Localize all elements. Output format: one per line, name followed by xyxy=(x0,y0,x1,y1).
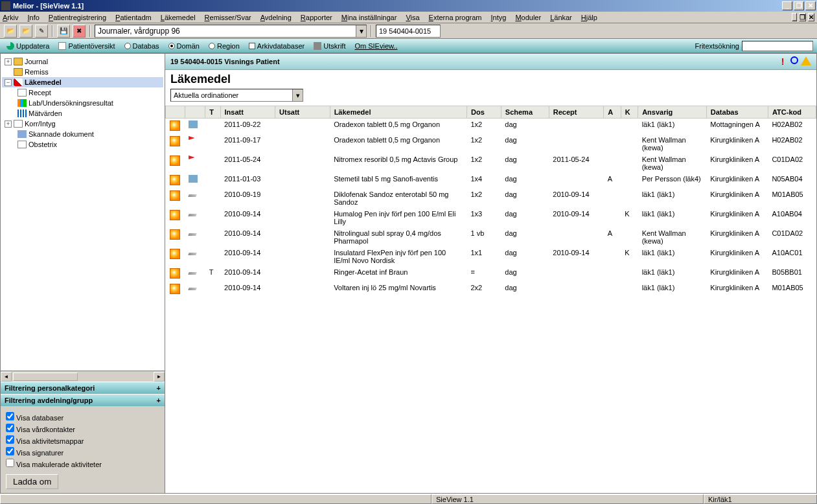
sidebar: + Journal Remiss − Läkemedel Recept Lab/… xyxy=(0,53,165,494)
sidebar-scrollbar[interactable]: ◄ ► xyxy=(1,371,165,382)
menu-lnkar[interactable]: Länkar xyxy=(550,14,572,21)
col-lakemedel[interactable]: Läkemedel xyxy=(330,106,466,119)
scroll-thumb[interactable] xyxy=(13,372,78,381)
tree-lab[interactable]: Lab/Undersökningsresultat xyxy=(2,98,163,108)
ordinations-dropdown[interactable]: Aktuella ordinationer ▾ xyxy=(170,89,303,102)
expand-icon[interactable]: + xyxy=(5,58,12,65)
menu-externaprogram[interactable]: Externa program xyxy=(429,14,482,21)
tb-open-icon[interactable]: 📂 xyxy=(4,25,17,38)
tree-obstetrix[interactable]: Obstetrix xyxy=(2,139,163,150)
chevron-down-icon[interactable]: ▾ xyxy=(292,89,303,101)
menu-patientadm[interactable]: Patientadm xyxy=(115,14,152,21)
mdi-close-button[interactable]: ✕ xyxy=(808,13,814,21)
doman-radio[interactable]: Domän xyxy=(166,41,202,51)
filter-signaturer[interactable]: Visa signaturer xyxy=(6,447,159,457)
sun-icon xyxy=(170,175,180,185)
menu-rapporter[interactable]: Rapporter xyxy=(301,14,332,21)
filter-vardkontakter[interactable]: Visa vårdkontakter xyxy=(6,424,159,433)
tb-delete-icon[interactable]: ✖ xyxy=(73,25,86,38)
menu-arkiv[interactable]: Arkiv xyxy=(3,14,18,21)
filter-avdelning-header[interactable]: Filtrering avdelning/grupp+ xyxy=(1,394,165,406)
tb-save-icon[interactable]: 💾 xyxy=(57,25,70,38)
col-icon[interactable] xyxy=(166,106,185,119)
tree-lakemedel[interactable]: − Läkemedel xyxy=(2,77,163,87)
sun-icon xyxy=(170,249,180,259)
menu-visa[interactable]: Visa xyxy=(406,14,419,21)
scroll-right-icon[interactable]: ► xyxy=(154,372,165,382)
journal-combo-value: Journaler, vårdgrupp 96 xyxy=(98,27,180,36)
tree-skannade[interactable]: Skannade dokument xyxy=(2,129,163,139)
filter-aktivitetsmappar[interactable]: Visa aktivitetsmappar xyxy=(6,435,159,445)
col-schema[interactable]: Schema xyxy=(501,106,549,119)
status-left xyxy=(0,494,432,504)
table-row[interactable]: 2010-09-14Insulatard FlexPen injv förf p… xyxy=(166,247,816,266)
status-app: SieView 1.1 xyxy=(432,494,704,504)
mdi-window-buttons: _ ❐ ✕ xyxy=(792,13,814,21)
minimize-button[interactable]: _ xyxy=(782,1,792,10)
maximize-button[interactable]: ❐ xyxy=(794,1,804,10)
tree-matvarden[interactable]: Mätvärden xyxy=(2,108,163,119)
table-row[interactable]: T2010-09-14Ringer-Acetat inf Braun=daglä… xyxy=(166,266,816,282)
mdi-minimize-button[interactable]: _ xyxy=(792,13,797,21)
tree-korr[interactable]: + Korr/Intyg xyxy=(2,119,163,129)
region-radio[interactable]: Region xyxy=(206,41,242,51)
tb-open2-icon[interactable]: 📂 xyxy=(19,25,32,38)
col-databas[interactable]: Databas xyxy=(706,106,768,119)
close-button[interactable]: ✕ xyxy=(805,1,816,10)
pen-icon xyxy=(188,214,196,216)
table-row[interactable]: 2011-05-24Nitromex resoribl 0,5 mg Actav… xyxy=(166,154,816,173)
menu-patientregistrering[interactable]: Patientregistrering xyxy=(49,14,106,21)
tree-remiss[interactable]: Remiss xyxy=(2,67,163,77)
menu-hjlp[interactable]: Hjälp xyxy=(581,14,597,21)
table-row[interactable]: 2010-09-19Diklofenak Sandoz enterotabl 5… xyxy=(166,189,816,208)
print-button[interactable]: Utskrift xyxy=(311,41,348,51)
table-row[interactable]: 2011-09-17Oradexon tablett 0,5 mg Organo… xyxy=(166,134,816,154)
update-button[interactable]: Uppdatera xyxy=(4,41,52,51)
menu-avdelning[interactable]: Avdelning xyxy=(260,14,292,21)
col-dos[interactable]: Dos xyxy=(466,106,501,119)
collapse-icon[interactable]: − xyxy=(5,79,12,86)
table-row[interactable]: 2010-09-14Voltaren inj lö 25 mg/ml Novar… xyxy=(166,282,816,297)
scroll-left-icon[interactable]: ◄ xyxy=(1,372,12,382)
col-a[interactable]: A xyxy=(604,106,621,119)
patient-overview-button[interactable]: Patientöversikt xyxy=(56,41,117,51)
chevron-down-icon[interactable]: ▾ xyxy=(356,25,366,37)
arkiv-checkbox[interactable]: Arkivdatabaser xyxy=(246,41,307,51)
reload-button[interactable]: Ladda om xyxy=(6,474,58,489)
table-row[interactable]: 2011-09-22Oradexon tablett 0,5 mg Organo… xyxy=(166,119,816,135)
col-k[interactable]: K xyxy=(621,106,638,119)
mdi-restore-button[interactable]: ❐ xyxy=(799,13,806,21)
flag-icon xyxy=(189,155,196,162)
table-row[interactable]: 2010-09-14Nitrolingual subl spray 0,4 mg… xyxy=(166,227,816,247)
alert-warning-icon[interactable] xyxy=(801,56,811,65)
expand-icon[interactable]: + xyxy=(5,120,12,128)
about-link[interactable]: Om SIEview.. xyxy=(352,41,400,51)
menu-intyg[interactable]: Intyg xyxy=(491,14,507,21)
table-row[interactable]: 2011-01-03Stemetil tabl 5 mg Sanofi-aven… xyxy=(166,173,816,189)
tree-journal[interactable]: + Journal xyxy=(2,56,163,67)
col-t[interactable]: T xyxy=(205,106,220,119)
journal-combo[interactable]: Journaler, vårdgrupp 96 ▾ xyxy=(95,25,367,38)
menu-remissersvar[interactable]: Remisser/Svar xyxy=(205,14,251,21)
col-recept[interactable]: Recept xyxy=(549,106,604,119)
col-atc[interactable]: ATC-kod xyxy=(768,106,816,119)
filter-personal-header[interactable]: Filtrering personalkategori+ xyxy=(1,382,165,394)
plus-icon: + xyxy=(157,384,161,392)
tb-edit-icon[interactable]: ✎ xyxy=(35,25,48,38)
menu-moduler[interactable]: Moduler xyxy=(515,14,541,21)
alert-circle-icon[interactable] xyxy=(790,56,798,64)
tree-recept[interactable]: Recept xyxy=(2,87,163,98)
filter-makulerade[interactable]: Visa makulerade aktiviteter xyxy=(6,459,159,468)
filter-databaser[interactable]: Visa databaser xyxy=(6,412,159,422)
col-utsatt[interactable]: Utsatt xyxy=(275,106,330,119)
col-type[interactable] xyxy=(185,106,205,119)
table-row[interactable]: 2010-09-14Humalog Pen injv förf pen 100 … xyxy=(166,208,816,227)
search-input[interactable] xyxy=(742,41,813,51)
col-insatt[interactable]: Insatt xyxy=(220,106,275,119)
menu-lkemedel[interactable]: Läkemedel xyxy=(161,14,196,21)
col-ansvarig[interactable]: Ansvarig xyxy=(638,106,707,119)
alert-exclamation-icon[interactable]: ! xyxy=(777,56,788,67)
menu-minainstllningar[interactable]: Mina inställningar xyxy=(341,14,397,21)
menu-info[interactable]: Info xyxy=(27,14,39,21)
databas-radio[interactable]: Databas xyxy=(122,41,162,51)
